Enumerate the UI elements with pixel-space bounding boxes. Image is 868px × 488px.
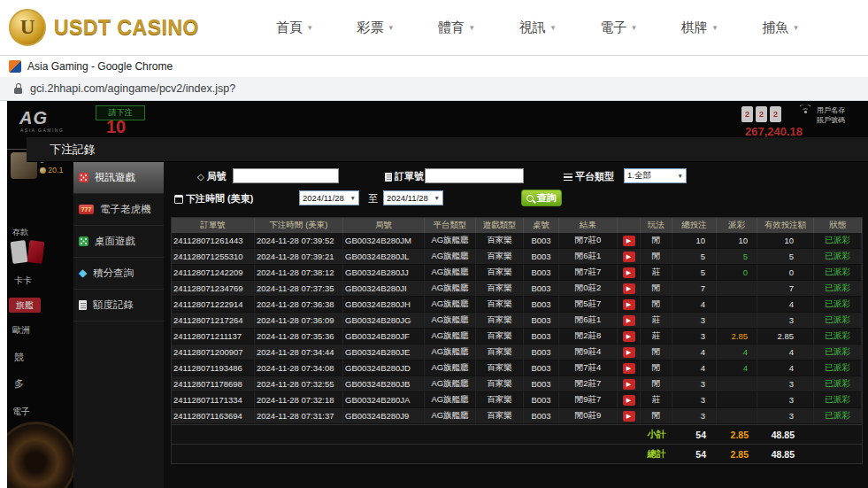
cell-platform: AG旗艦廳 xyxy=(425,392,476,408)
cell-payout xyxy=(717,313,757,329)
cell-round: GB00324B280JM xyxy=(343,233,425,249)
sidebar-item-0[interactable]: 視訊遊戲 xyxy=(73,162,164,194)
diamond-icon: ◇ xyxy=(197,172,204,182)
cell-table: B003 xyxy=(524,408,559,424)
round-number-input[interactable] xyxy=(233,168,339,183)
cell-order: 241128071193486 xyxy=(172,360,255,376)
cell-replay: ▶ xyxy=(618,376,641,392)
game-iframe-area: AG ASIA GAMING 請下注 10 2 2 2 267,240.18 用… xyxy=(7,101,868,488)
play-video-button[interactable]: ▶ xyxy=(623,347,635,358)
roulette-wheel-image xyxy=(7,422,76,488)
cell-status: 已派彩 xyxy=(814,329,862,345)
nav-item-2[interactable]: 體育▾ xyxy=(438,19,474,36)
cell-round: GB00324B280JD xyxy=(343,360,425,376)
cell-time: 2024-11-28 07:31:37 xyxy=(255,408,343,424)
column-header: 結果 xyxy=(559,218,618,233)
play-video-button[interactable]: ▶ xyxy=(623,299,635,310)
play-video-button[interactable]: ▶ xyxy=(623,331,635,342)
play-video-button[interactable]: ▶ xyxy=(623,411,635,422)
cell-replay: ▶ xyxy=(618,345,641,360)
cell-replay: ▶ xyxy=(618,313,641,329)
cell-order: 241128071261443 xyxy=(172,233,255,249)
nav-item-1[interactable]: 彩票▾ xyxy=(357,19,394,36)
cell-result: 閒6莊1 xyxy=(559,313,618,329)
cell-time: 2024-11-28 07:39:52 xyxy=(255,233,343,249)
cell-platform: AG旗艦廳 xyxy=(425,249,476,265)
lobby-label-fragment: 競 xyxy=(14,351,24,364)
play-video-button[interactable]: ▶ xyxy=(623,236,635,246)
list-icon xyxy=(564,174,572,181)
cell-round: GB00324B280JI xyxy=(343,281,425,297)
cell-status: 已派彩 xyxy=(814,313,862,329)
cell-table: B003 xyxy=(524,313,559,329)
play-video-button[interactable]: ▶ xyxy=(623,395,635,406)
order-number-input[interactable] xyxy=(425,168,524,183)
cell-status: 已派彩 xyxy=(814,408,862,424)
play-video-button[interactable]: ▶ xyxy=(623,267,635,278)
nav-item-0[interactable]: 首頁▾ xyxy=(276,19,312,36)
total-row-payout: 2.85 xyxy=(717,445,757,463)
main-nav: 首頁▾彩票▾體育▾視訊▾電子▾棋牌▾捕魚▾ xyxy=(231,19,843,36)
site-logo[interactable]: U USDT CASINO xyxy=(9,9,199,46)
cell-round: GB00324B280JL xyxy=(343,249,425,265)
cell-play: 閒 xyxy=(641,360,672,376)
table-row: 2411280711786982024-11-28 07:32:55GB0032… xyxy=(172,376,862,392)
play-video-button[interactable]: ▶ xyxy=(623,379,635,390)
cell-payout xyxy=(717,392,757,408)
cell-replay: ▶ xyxy=(618,360,641,376)
cell-platform: AG旗艦廳 xyxy=(425,265,476,281)
cell-replay: ▶ xyxy=(618,233,641,249)
nav-item-3[interactable]: 視訊▾ xyxy=(519,19,556,36)
chrome-urlbar[interactable]: gci.2hhapi.com/agingame/pcv2/index.jsp? xyxy=(0,77,868,101)
column-header: 局號 xyxy=(343,218,425,233)
table-body: 2411280712614432024-11-28 07:39:52GB0032… xyxy=(172,233,862,463)
cell-platform: AG旗艦廳 xyxy=(425,281,476,297)
dropdown-arrow-icon: ▼ xyxy=(434,195,440,201)
cell-time: 2024-11-28 07:34:44 xyxy=(255,345,343,360)
sidebar-item-1[interactable]: 777電子老虎機 xyxy=(73,194,164,226)
cell-game: 百家樂 xyxy=(476,376,524,392)
nav-item-5[interactable]: 棋牌▾ xyxy=(681,19,718,36)
play-video-button[interactable]: ▶ xyxy=(623,315,635,326)
sidebar-item-label: 額度記錄 xyxy=(93,298,134,312)
cell-bet: 4 xyxy=(672,360,717,376)
cell-table: B003 xyxy=(524,329,559,345)
sidebar-item-2[interactable]: 桌面遊戲 xyxy=(73,226,164,258)
chevron-down-icon: ▾ xyxy=(308,23,312,32)
lobby-label-fragment: 卡卡 xyxy=(14,275,32,287)
subtotal-row-valid: 48.85 xyxy=(757,425,814,444)
sidebar-item-label: 電子老虎機 xyxy=(100,203,151,216)
date-to-select[interactable]: 2024/11/28 ▼ xyxy=(383,190,443,205)
column-header xyxy=(618,218,641,233)
subtotal-row-label: 小計 xyxy=(641,425,672,444)
nav-item-4[interactable]: 電子▾ xyxy=(600,19,636,36)
nav-item-label: 彩票 xyxy=(357,19,384,36)
cell-platform: AG旗艦廳 xyxy=(425,345,476,360)
cell-valid: 7 xyxy=(757,281,814,297)
platform-type-select[interactable]: 1.全部 ▼ xyxy=(624,168,687,183)
sidebar-item-3[interactable]: ◆積分查詢 xyxy=(73,258,164,290)
play-video-button[interactable]: ▶ xyxy=(623,283,635,294)
column-header: 平台類型 xyxy=(425,218,476,233)
cell-payout: 0 xyxy=(717,265,757,281)
date-from-select[interactable]: 2024/11/28 ▼ xyxy=(299,190,359,205)
column-header: 派彩 xyxy=(717,218,757,233)
cell-table: B003 xyxy=(524,345,559,360)
europe-hall-fragment: 歐洲 xyxy=(12,324,30,337)
nav-item-6[interactable]: 捕魚▾ xyxy=(762,19,798,36)
cell-table: B003 xyxy=(524,233,559,249)
play-video-button[interactable]: ▶ xyxy=(623,363,635,374)
cell-result: 閒0莊9 xyxy=(559,408,618,424)
cell-bet: 3 xyxy=(672,313,717,329)
cell-status: 已派彩 xyxy=(814,376,862,392)
play-video-button[interactable]: ▶ xyxy=(623,252,635,262)
total-row-label: 總計 xyxy=(641,445,672,463)
cell-table: B003 xyxy=(524,360,559,376)
cell-bet: 4 xyxy=(672,297,717,313)
cell-valid: 2.85 xyxy=(757,329,814,345)
chevron-down-icon: ▾ xyxy=(713,23,718,32)
query-button[interactable]: 查詢 xyxy=(521,190,562,206)
sidebar-item-4[interactable]: 額度記錄 xyxy=(73,290,164,321)
cell-payout xyxy=(717,281,757,297)
calendar-icon xyxy=(174,195,183,204)
